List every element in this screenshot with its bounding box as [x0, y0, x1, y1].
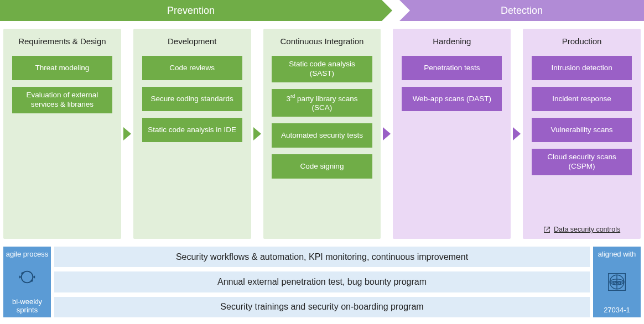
- data-security-link-row: Data security controls: [523, 226, 641, 233]
- svg-point-2: [30, 280, 33, 282]
- card-sast: Static code analysis (SAST): [272, 56, 372, 82]
- svg-text:ISO: ISO: [612, 280, 621, 285]
- phase-detection-header: Detection: [399, 0, 644, 21]
- aligned-with-label: aligned with: [598, 250, 636, 258]
- cross-cutting-bars: Security workflows & automation, KPI mon…: [54, 247, 590, 317]
- card-sast-ide: Static code analysis in IDE: [142, 118, 242, 142]
- chevron-right-icon: [123, 127, 131, 140]
- phase-header-row: Prevention Detection: [0, 0, 644, 21]
- svg-point-1: [21, 272, 23, 274]
- card-sca: 3rd party library scans (SCA): [272, 89, 372, 117]
- bottom-section: agile process bi-weekly sprints Security…: [0, 247, 644, 317]
- arrow-4: [511, 29, 523, 239]
- bar-trainings: Security trainings and security on-board…: [54, 297, 590, 317]
- stage-development: Development Code reviews Secure coding s…: [133, 29, 251, 239]
- agile-process-box: agile process bi-weekly sprints: [3, 247, 51, 317]
- arrow-3: [381, 29, 393, 239]
- stage-requirements: Requirements & Design Threat modeling Ev…: [3, 29, 121, 239]
- stage-ci-title: Continuous Integration: [281, 36, 364, 46]
- stage-production: Production Intrusion detection Incident …: [523, 29, 641, 239]
- chevron-right-icon: [513, 127, 521, 140]
- card-pentest: Penetration tests: [402, 56, 502, 80]
- phase-prevention-label: Prevention: [167, 5, 215, 17]
- stage-hardening: Hardening Penetration tests Web-app scan…: [393, 29, 511, 239]
- chevron-right-icon: [253, 127, 261, 140]
- arrow-1: [121, 29, 133, 239]
- card-auto-tests: Automated security tests: [272, 123, 372, 148]
- stage-ci: Continuous Integration Static code analy…: [263, 29, 381, 239]
- card-eval-external: Evaluation of external services & librar…: [12, 87, 112, 113]
- chevron-right-icon: [383, 127, 391, 140]
- agile-process-label: agile process: [6, 250, 49, 258]
- stages-row: Requirements & Design Threat modeling Ev…: [0, 29, 644, 239]
- stage-hardening-title: Hardening: [433, 36, 471, 46]
- iso-logo-icon: ISO: [607, 273, 626, 291]
- card-ids: Intrusion detection: [532, 56, 632, 80]
- phase-prevention-header: Prevention: [0, 0, 382, 21]
- phase-detection-label: Detection: [501, 5, 543, 17]
- card-code-reviews: Code reviews: [142, 56, 242, 80]
- card-code-signing: Code signing: [272, 154, 372, 179]
- external-link-icon: [543, 226, 550, 233]
- iso-alignment-box: aligned with ISO 27034-1: [593, 247, 641, 317]
- sprint-cycle-icon: [17, 268, 38, 288]
- stage-requirements-title: Requirements & Design: [18, 36, 106, 46]
- card-secure-coding: Secure coding standards: [142, 87, 242, 111]
- card-incident: Incident response: [532, 87, 632, 111]
- iso-standard-label: 27034-1: [604, 306, 630, 314]
- bar-pentest-bounty: Annual external penetration test, bug bo…: [54, 271, 590, 292]
- stage-production-title: Production: [562, 36, 602, 46]
- card-dast: Web-app scans (DAST): [402, 87, 502, 111]
- bar-workflows: Security workflows & automation, KPI mon…: [54, 247, 590, 267]
- stage-development-title: Development: [168, 36, 216, 46]
- card-sca-label: 3rd party library scans (SCA): [276, 93, 367, 113]
- card-vuln-scan: Vulnerability scans: [532, 118, 632, 142]
- arrow-2: [251, 29, 263, 239]
- sprint-cadence-label: bi-weekly sprints: [6, 297, 49, 314]
- card-cspm: Cloud security scans (CSPM): [532, 149, 632, 175]
- data-security-link[interactable]: Data security controls: [554, 226, 620, 233]
- card-threat-modeling: Threat modeling: [12, 56, 112, 80]
